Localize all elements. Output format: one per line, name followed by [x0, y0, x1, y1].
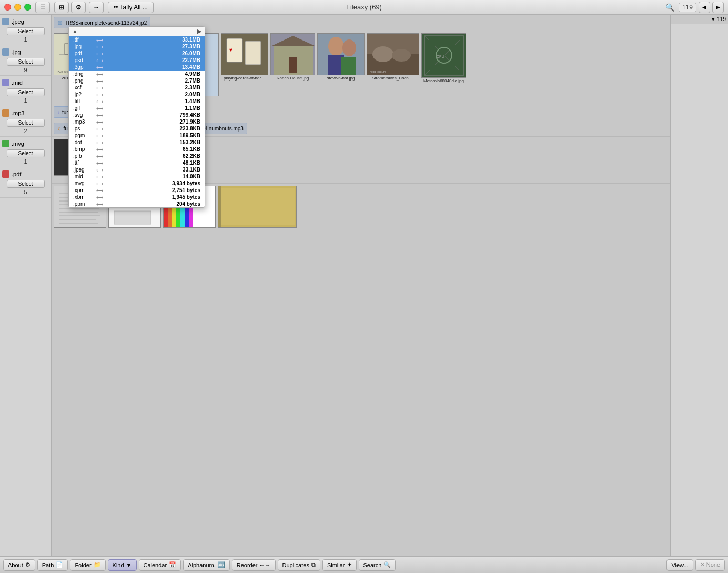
dropdown-item-pgm[interactable]: .pgm ⟷ 189.5KB: [69, 132, 205, 139]
dropdown-ext: .png: [73, 78, 94, 84]
dropdown-item-png[interactable]: .png ⟷ 2.7MB: [69, 77, 205, 84]
path-label: Path: [42, 562, 54, 568]
jpg-thumb-ranch[interactable]: Ranch House.jpg: [270, 33, 315, 102]
dropdown-size: 271.9KB: [180, 119, 200, 125]
nav-settings-button[interactable]: ⚙: [71, 2, 86, 13]
folder-button[interactable]: Folder 📁: [70, 559, 105, 571]
dropdown-item-mvg[interactable]: .mvg ⟷ 3,934 bytes: [69, 180, 205, 187]
dropdown-up-arrow[interactable]: ▲: [72, 28, 78, 35]
scroll-left-button[interactable]: ◀: [699, 2, 710, 13]
jpg-thumb-moto-img: CPU: [421, 33, 466, 78]
jpeg-icon: [2, 18, 9, 25]
duplicates-button[interactable]: Duplicates ⧉: [278, 559, 320, 571]
select-mp3-button[interactable]: Select: [7, 119, 45, 127]
calendar-button[interactable]: Calendar 📅: [139, 559, 181, 571]
dropdown-item-ttf[interactable]: .ttf ⟷ 48.1KB: [69, 159, 205, 166]
mvg-icon: [2, 140, 9, 147]
dropdown-ext: .3gp: [73, 64, 94, 70]
svg-text:CPU: CPU: [437, 55, 444, 58]
mp3-jelly-icon: ♫: [57, 126, 62, 132]
dropdown-item-psd[interactable]: .psd ⟷ 22.7MB: [69, 57, 205, 64]
alphanum-button[interactable]: Alphanum. 🔤: [183, 559, 230, 571]
dropdown-menu: ▲ – ▶ .tif ⟷ 33.1MB .jpg ⟷ 27.3MB .pdf ⟷…: [68, 26, 205, 208]
jpg-thumb-moto[interactable]: CPU Motorola68040die.jpg: [421, 33, 466, 102]
dropdown-item-xbm[interactable]: .xbm ⟷ 1,945 bytes: [69, 194, 205, 200]
select-jpeg-button[interactable]: Select: [7, 27, 45, 35]
file-type-mvg: .mvg: [0, 139, 51, 148]
dropdown-item-pdf[interactable]: .pdf ⟷ 26.0MB: [69, 50, 205, 57]
dropdown-item-jp2[interactable]: .jp2 ⟷ 2.0MB: [69, 91, 205, 98]
dropdown-arrow: ⟷: [96, 147, 103, 152]
search-icon[interactable]: 🔍: [665, 3, 674, 12]
dropdown-arrow: ⟷: [96, 202, 103, 207]
similar-button[interactable]: Similar ✦: [322, 559, 357, 571]
dropdown-arrow: ⟷: [96, 92, 103, 97]
file-type-mid: .mid: [0, 78, 51, 87]
dropdown-item-xcf[interactable]: .xcf ⟷ 2.3MB: [69, 84, 205, 91]
back-button[interactable]: →: [89, 2, 104, 13]
dropdown-ext: .bmp: [73, 146, 94, 152]
dropdown-item-ps[interactable]: .ps ⟷ 223.8KB: [69, 125, 205, 132]
dropdown-arrow: ⟷: [96, 65, 103, 70]
select-jpg-button[interactable]: Select: [7, 58, 45, 66]
svg-rect-60: [218, 186, 221, 228]
similar-icon: ✦: [347, 561, 352, 568]
reorder-button[interactable]: Reorder ←→: [232, 559, 276, 571]
tally-label: • Tally All ...: [116, 4, 148, 11]
dropdown-item-pfb[interactable]: .pfb ⟷ 62.2KB: [69, 153, 205, 159]
about-button[interactable]: About ⚙: [3, 559, 35, 571]
dropdown-item-tiff[interactable]: .tiff ⟷ 1.4MB: [69, 98, 205, 105]
jpg-thumb-strom[interactable]: rock texture Stromatolites_Cochabamba.jp…: [367, 33, 419, 102]
dropdown-arrow: ⟷: [96, 37, 103, 43]
mvg-count: 1: [0, 158, 51, 165]
dropdown-arrow: ⟷: [96, 195, 103, 200]
jpg-count: 9: [0, 67, 51, 73]
dropdown-item-jpeg[interactable]: .jpeg ⟷ 33.1KB: [69, 166, 205, 173]
maximize-button[interactable]: [24, 4, 31, 11]
path-button[interactable]: Path 📄: [37, 559, 68, 571]
select-pdf-button[interactable]: Select: [7, 180, 45, 188]
jpg-thumb-cards[interactable]: ♥ playing-cards-of-northern-italy.jpg: [221, 33, 268, 102]
dropdown-dash: –: [136, 28, 139, 35]
dropdown-item-tif[interactable]: .tif ⟷ 33.1MB: [69, 36, 205, 43]
dropdown-ext: .pdf: [73, 51, 94, 56]
select-mid-button[interactable]: Select: [7, 88, 45, 96]
none-button[interactable]: ✕ None: [695, 559, 725, 571]
tally-button[interactable]: • • Tally All ...: [108, 2, 154, 13]
right-panel: ▼ 119: [670, 15, 728, 556]
dropdown-arrow: ⟷: [96, 44, 103, 49]
dropdown-item-xpm[interactable]: .xpm ⟷ 2,751 bytes: [69, 187, 205, 194]
dropdown-ext: .ps: [73, 126, 94, 132]
menu-button[interactable]: ☰: [35, 2, 50, 13]
dropdown-arrow: ⟷: [96, 174, 103, 179]
dropdown-item-mid[interactable]: .mid ⟷ 14.0KB: [69, 173, 205, 180]
dropdown-item-jpg[interactable]: .jpg ⟷ 27.3MB: [69, 43, 205, 50]
dropdown-down-arrow[interactable]: ▶: [197, 28, 201, 35]
steve-svg: [318, 33, 364, 75]
dropdown-size: 65.1KB: [183, 146, 200, 152]
nav-grid-button[interactable]: ⊞: [54, 2, 69, 13]
pdf-thumb-4[interactable]: [218, 186, 297, 228]
dropdown-item-bmp[interactable]: .bmp ⟷ 65.1KB: [69, 146, 205, 153]
close-button[interactable]: [4, 4, 11, 11]
dropdown-arrow: ⟷: [96, 188, 103, 193]
dropdown-item-3gp[interactable]: .3gp ⟷ 13.4MB: [69, 64, 205, 71]
scroll-right-button[interactable]: ▶: [712, 2, 724, 13]
dropdown-size: 4.9MB: [185, 71, 200, 77]
folder-label: Folder: [75, 562, 91, 568]
select-mvg-button[interactable]: Select: [7, 149, 45, 157]
dropdown-item-dng[interactable]: .dng ⟷ 4.9MB: [69, 71, 205, 77]
search-button[interactable]: Search 🔍: [359, 559, 396, 571]
kind-button[interactable]: Kind ▼: [108, 559, 137, 571]
svg-point-19: [328, 37, 344, 56]
jpg-cards-label: playing-cards-of-northern-italy.jpg: [224, 76, 266, 81]
view-button[interactable]: View...: [666, 559, 693, 571]
jpg-thumb-steve[interactable]: steve-n-nat.jpg: [317, 33, 365, 102]
dropdown-item-dot[interactable]: .dot ⟷ 153.2KB: [69, 139, 205, 146]
dropdown-item-ppm[interactable]: .ppm ⟷ 204 bytes: [69, 200, 205, 207]
minimize-button[interactable]: [14, 4, 21, 11]
dropdown-item-svg[interactable]: .svg ⟷ 799.4KB: [69, 112, 205, 118]
jpg-thumb-steve-img: [317, 33, 365, 75]
dropdown-item-gif[interactable]: .gif ⟷ 1.1MB: [69, 105, 205, 112]
dropdown-item-mp3[interactable]: .mp3 ⟷ 271.9KB: [69, 118, 205, 125]
